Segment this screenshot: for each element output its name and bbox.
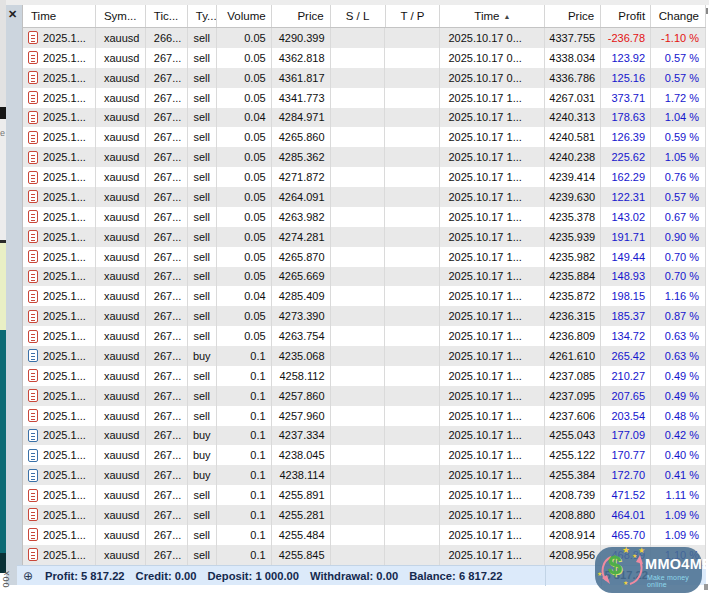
cell-time: 2025.1... [23,485,96,505]
cell-profit: 162.29 [601,167,651,187]
cell-text: xauusd [104,111,139,123]
expand-plus-icon[interactable]: ⊕ [23,569,33,583]
column-header-type[interactable]: Ty... [188,5,217,27]
cell-close_price: 4336.786 [545,68,601,88]
table-row[interactable]: 2025.1...xauusd267...sell0.14255.4842025… [23,525,706,545]
table-row[interactable]: 2025.1...xauusd267...buy0.14235.0682025.… [23,346,706,366]
table-row[interactable]: 2025.1...xauusd267...sell0.044284.971202… [23,108,706,128]
table-row[interactable]: 2025.1...xauusd267...sell0.054274.281202… [23,227,706,247]
cell-text: 122.31 [611,191,645,203]
table-row[interactable]: 2025.1...xauusd267...sell0.14257.8602025… [23,386,706,406]
cell-close_time: 2025.10.17 1... [440,207,545,227]
cell-profit: 143.02 [601,207,651,227]
table-row[interactable]: 2025.1...xauusd267...sell0.054273.390202… [23,306,706,326]
cell-price: 4257.860 [272,386,331,406]
table-row[interactable]: 2025.1...xauusd267...sell0.14258.1122025… [23,366,706,386]
column-header-change[interactable]: Change [651,5,706,27]
cell-volume: 0.05 [217,167,272,187]
column-header-symbol[interactable]: Sym... [96,5,146,27]
cell-ticket: 267... [146,127,188,147]
column-header-close_time[interactable]: Time▲ [440,5,545,27]
cell-text: 267... [154,310,182,322]
cell-text: 0.05 [244,92,265,104]
cell-text: 1.11 % [666,489,699,501]
cell-text: 4274.281 [279,231,325,243]
cell-change: 0.57 % [651,48,706,68]
table-row[interactable]: 2025.1...xauusd267...sell0.14255.2812025… [23,505,706,525]
table-row[interactable]: 2025.1...xauusd267...sell0.054271.872202… [23,167,706,187]
table-row[interactable]: 2025.1...xauusd267...sell0.054362.818202… [23,48,706,68]
cell-time: 2025.1... [23,88,96,108]
cell-text: 0.42 % [665,429,699,441]
cell-symbol: xauusd [96,326,146,346]
table-row[interactable]: 2025.1...xauusd267...sell0.054263.982202… [23,207,706,227]
cell-ticket: 267... [146,326,188,346]
cell-ticket: 267... [146,207,188,227]
column-header-profit[interactable]: Profit [601,5,651,27]
cell-text: 2025.10.17 1... [448,370,521,382]
cell-text: 4208.914 [549,529,595,541]
cell-text: 4235.939 [549,231,595,243]
table-row[interactable]: 2025.1...xauusd267...buy0.14237.3342025.… [23,426,706,446]
cell-text: 4237.606 [549,410,595,422]
cell-time: 2025.1... [23,147,96,167]
table-row[interactable]: 2025.1...xauusd267...sell0.044285.409202… [23,286,706,306]
cell-close_price: 4235.982 [545,247,601,267]
cell-text: 4255.043 [549,429,595,441]
cell-type: sell [188,505,217,525]
table-row[interactable]: 2025.1...xauusd267...sell0.054265.860202… [23,127,706,147]
cell-text: 267... [154,370,182,382]
column-header-sl[interactable]: S / L [331,5,386,27]
table-row[interactable]: 2025.1...xauusd267...buy0.14238.1142025.… [23,465,706,485]
cell-volume: 0.05 [217,127,272,147]
cell-ticket: 267... [146,267,188,287]
table-row[interactable]: 2025.1...xauusd267...sell0.054264.091202… [23,187,706,207]
table-row[interactable]: 2025.1...xauusd267...sell0.054361.817202… [23,68,706,88]
table-row[interactable]: 2025.1...xauusd267...sell0.054265.870202… [23,247,706,267]
cell-text: 0.05 [244,231,265,243]
column-header-ticket[interactable]: Tic... [146,5,188,27]
cell-symbol: xauusd [96,525,146,545]
cell-text: 0.05 [244,330,265,342]
column-header-tp[interactable]: T / P [386,5,441,27]
cell-text: 2025.10.17 1... [448,529,521,541]
cell-profit: 198.15 [601,286,651,306]
column-header-time[interactable]: Time [23,5,96,27]
bg-rotated-label: 00x [1,570,11,588]
sell-order-icon [28,171,38,184]
cell-text: sell [194,390,211,402]
cell-symbol: xauusd [96,545,146,565]
cell-text: 0.1 [250,529,265,541]
table-row[interactable]: 2025.1...xauusd266...sell0.054290.399202… [23,28,706,48]
cell-symbol: xauusd [96,28,146,48]
cell-tp [385,406,440,426]
cell-volume: 0.05 [217,326,272,346]
cell-profit: 122.31 [601,187,651,207]
cell-close_price: 4237.606 [545,406,601,426]
cell-price: 4237.334 [272,426,331,446]
cell-type: sell [188,306,217,326]
cell-text: 198.15 [611,290,645,302]
cell-text: 0.1 [250,370,265,382]
cell-text: 0.63 % [665,350,699,362]
cell-text: xauusd [104,350,139,362]
cell-text: sell [194,509,211,521]
cell-sl [331,187,386,207]
cell-text: 0.05 [244,32,265,44]
cell-profit: 172.70 [601,465,651,485]
table-row[interactable]: 2025.1...xauusd267...sell0.054341.773202… [23,88,706,108]
column-header-price[interactable]: Price [272,5,331,27]
table-row[interactable]: 2025.1...xauusd267...sell0.054263.754202… [23,326,706,346]
table-row[interactable]: 2025.1...xauusd267...sell0.14255.8912025… [23,485,706,505]
table-row[interactable]: 2025.1...xauusd267...sell0.054285.362202… [23,147,706,167]
cell-sl [331,167,386,187]
table-row[interactable]: 2025.1...xauusd267...sell0.14257.9602025… [23,406,706,426]
cell-close_price: 4208.914 [545,525,601,545]
table-row[interactable]: 2025.1...xauusd267...buy0.14238.0452025.… [23,445,706,465]
table-row[interactable]: 2025.1...xauusd267...sell0.054265.669202… [23,267,706,287]
column-header-volume[interactable]: Volume [217,5,272,27]
column-header-close_price[interactable]: Price [545,5,601,27]
close-icon[interactable]: ✕ [5,7,20,21]
cell-text: 2025.1... [43,52,86,64]
cell-tp [385,386,440,406]
